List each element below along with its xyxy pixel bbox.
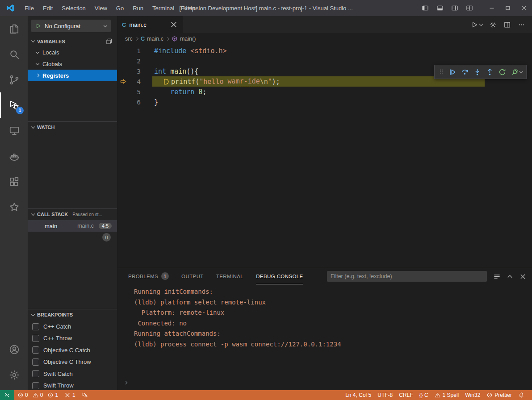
watch-section-header[interactable]: WATCH: [28, 121, 117, 133]
code-line[interactable]: 1#include <stdio.h>: [117, 46, 532, 56]
breakpoints-section-header[interactable]: BREAKPOINTS: [28, 309, 117, 320]
breakpoint-item[interactable]: C++ Throw: [28, 332, 117, 344]
toggle-secondary-sidebar-icon[interactable]: [451, 4, 458, 12]
panel-header: PROBLEMS1OUTPUTTERMINALDEBUG CONSOLE: [117, 268, 532, 284]
activity-item-search[interactable]: [0, 42, 28, 67]
minimize-button[interactable]: [484, 0, 500, 16]
console-lines-icon[interactable]: [493, 273, 501, 280]
language-mode[interactable]: {} C: [416, 390, 431, 400]
step-into-button[interactable]: [471, 66, 483, 78]
breakpoint-checkbox[interactable]: [32, 346, 39, 354]
breakpoint-checkbox[interactable]: [32, 323, 39, 330]
frame-file: main.c: [77, 223, 94, 229]
activity-item-manage[interactable]: [0, 362, 28, 388]
panel-tab-terminal[interactable]: TERMINAL: [216, 268, 243, 284]
prettier[interactable]: Prettier: [483, 390, 515, 400]
step-into-icon: [473, 68, 482, 76]
console-filter-input[interactable]: [327, 271, 487, 282]
disconnect-button[interactable]: [508, 66, 521, 78]
chevron-right-icon: [166, 37, 169, 40]
breakpoint-checkbox[interactable]: [32, 382, 39, 389]
drag-handle-icon[interactable]: [437, 66, 446, 78]
code-line[interactable]: 6}: [117, 97, 532, 107]
breadcrumb-item-main-[interactable]: main(): [172, 36, 196, 42]
activity-item-extensions[interactable]: [0, 169, 28, 194]
panel-tab-debug-console[interactable]: DEBUG CONSOLE: [256, 268, 303, 284]
toggle-panel-icon[interactable]: [436, 4, 444, 12]
line-number: 5: [129, 88, 141, 96]
spell-checker[interactable]: 1 Spell: [431, 390, 462, 400]
tasks-indicator[interactable]: 1: [61, 390, 79, 400]
menu-item-edit[interactable]: Edit: [38, 5, 57, 12]
breakpoint-checkbox[interactable]: [32, 335, 39, 342]
menu-item-view[interactable]: View: [90, 5, 112, 12]
chevron-down-icon: [31, 125, 35, 128]
activity-item-docker[interactable]: [0, 143, 28, 169]
problems-indicator[interactable]: 001: [14, 390, 61, 400]
breakpoint-item[interactable]: C++ Catch: [28, 321, 117, 333]
debug-console[interactable]: Running initCommands:(lldb) platform sel…: [117, 284, 532, 390]
continue-button[interactable]: [446, 66, 458, 78]
panel-maximize-icon[interactable]: [506, 273, 514, 280]
gutter-glyph-margin[interactable]: [117, 78, 129, 85]
call-stack-frame[interactable]: mainmain.c4:5: [28, 220, 117, 232]
editor-action-split-editor[interactable]: [503, 21, 511, 29]
menu-item-go[interactable]: Go: [112, 5, 128, 12]
activity-item-run-and-debug[interactable]: 1: [0, 92, 28, 118]
breadcrumb-item-main-c[interactable]: Cmain.c: [141, 35, 163, 42]
session-badge: 0: [102, 233, 111, 242]
editor-action-run-or-debug[interactable]: [471, 21, 482, 29]
inline-breakpoint-icon[interactable]: [162, 78, 170, 86]
step-out-button[interactable]: [483, 66, 496, 78]
menu-item-run[interactable]: Run: [128, 5, 148, 12]
editor-action-more-actions[interactable]: [518, 21, 525, 29]
panel-close-icon[interactable]: [519, 273, 527, 280]
code-line[interactable]: 5 return 0;: [117, 87, 532, 97]
eol[interactable]: CRLF: [396, 390, 416, 400]
collapse-all-icon[interactable]: [105, 38, 113, 45]
step-over-button[interactable]: [458, 66, 471, 78]
activity-item-accounts[interactable]: [0, 337, 28, 362]
tab-main-c[interactable]: C main.c: [117, 16, 183, 33]
frame-position: 4:5: [99, 223, 112, 229]
activity-item-remote-explorer[interactable]: [0, 118, 28, 143]
debug-indicator[interactable]: [79, 390, 91, 400]
activity-item-explorer[interactable]: [0, 16, 28, 42]
encoding[interactable]: UTF-8: [374, 390, 396, 400]
activity-item-source-control[interactable]: [0, 67, 28, 92]
toggle-sidebar-icon[interactable]: [422, 4, 429, 12]
cursor-position[interactable]: Ln 4, Col 5: [342, 390, 374, 400]
panel-tab-problems[interactable]: PROBLEMS1: [128, 268, 169, 284]
platform[interactable]: Win32: [462, 390, 483, 400]
breakpoint-item[interactable]: Swift Catch: [28, 368, 117, 380]
maximize-button[interactable]: [500, 0, 516, 16]
breakpoint-item[interactable]: Objective C Catch: [28, 344, 117, 356]
activity-item-favorites[interactable]: [0, 194, 28, 220]
breakpoint-checkbox[interactable]: [32, 370, 39, 377]
panel-tab-output[interactable]: OUTPUT: [181, 268, 204, 284]
launch-configuration-dropdown[interactable]: No Configurat: [31, 20, 111, 32]
breadcrumb-label: src: [125, 36, 133, 42]
variables-item-globals[interactable]: Globals: [28, 58, 117, 70]
breakpoint-item[interactable]: Swift Throw: [28, 379, 117, 392]
code-editor[interactable]: 1#include <stdio.h>23int main(){4 printf…: [117, 44, 532, 268]
variables-item-locals[interactable]: Locals: [28, 46, 117, 58]
breadcrumb-item-src[interactable]: src: [125, 36, 133, 42]
editor-action-configure[interactable]: [489, 21, 497, 29]
menu-item-terminal[interactable]: Terminal: [148, 5, 179, 12]
breakpoint-item[interactable]: Objective C Throw: [28, 356, 117, 368]
close-button[interactable]: [516, 0, 532, 16]
console-prompt[interactable]: [124, 377, 532, 388]
customize-layout-icon[interactable]: [466, 4, 473, 12]
breakpoint-checkbox[interactable]: [32, 358, 39, 366]
menu-item-file[interactable]: File: [20, 5, 38, 12]
restart-button[interactable]: [496, 66, 508, 78]
remote-indicator[interactable]: [0, 390, 14, 400]
call-stack-section-header[interactable]: CALL STACK Paused on st...: [28, 208, 117, 220]
tab-close-icon[interactable]: [169, 20, 178, 29]
activity-badge: 1: [16, 107, 24, 114]
menu-item-selection[interactable]: Selection: [57, 5, 90, 12]
notifications[interactable]: [515, 390, 528, 400]
variables-item-registers[interactable]: Registers: [28, 70, 117, 81]
variables-section-header[interactable]: VARIABLES: [28, 36, 117, 47]
